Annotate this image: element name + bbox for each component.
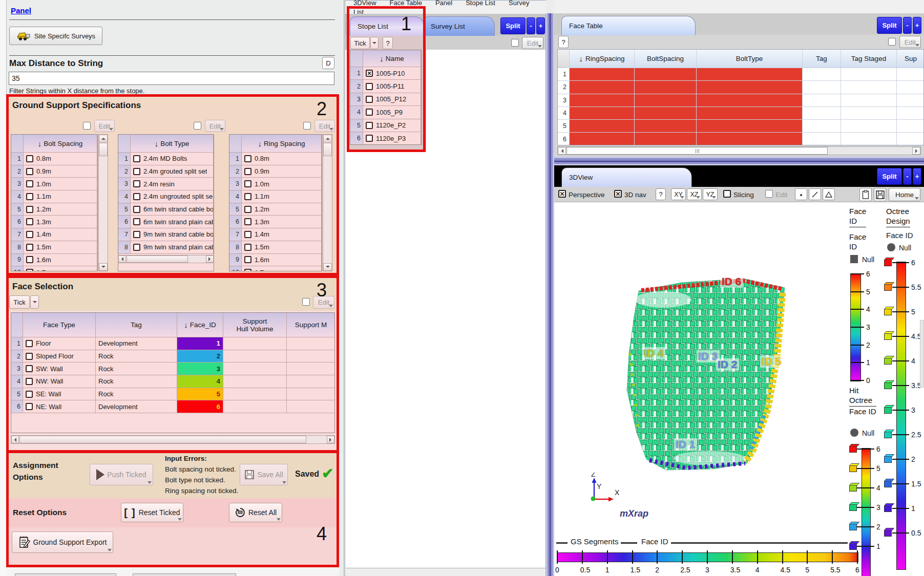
hit-octree-legend-title: HitOctreeFace ID [849, 386, 876, 416]
maximize-button[interactable]: + [913, 17, 921, 34]
maximize-button[interactable]: + [913, 168, 921, 185]
minimize-button[interactable]: - [903, 17, 912, 34]
split-button[interactable]: Split [877, 17, 902, 34]
minimize-button[interactable]: - [903, 168, 912, 185]
annotation-box-2 [6, 94, 339, 275]
mesh-label-id-1: ID 1 [674, 438, 697, 451]
tick-mark [850, 345, 864, 346]
hit-octree-legend-title-line: Face ID [849, 407, 876, 416]
point-tool-button[interactable] [795, 188, 807, 200]
slicing-checkbox[interactable] [723, 190, 731, 198]
null-swatch-circle [887, 243, 895, 251]
face-table-row: 5 [558, 120, 923, 133]
minimize-button[interactable]: - [527, 17, 535, 34]
tick-label: 1 [605, 566, 610, 574]
column-header: Tag Staged [841, 50, 897, 68]
empty-cell [841, 107, 897, 120]
tick-label: 2 [866, 341, 870, 349]
face-table-help-button[interactable]: ? [558, 36, 569, 48]
maximize-button[interactable]: + [536, 17, 545, 34]
tick-label: 3 [876, 503, 880, 511]
home-button[interactable]: Home [889, 188, 920, 201]
split-button[interactable]: Split [500, 17, 526, 34]
hit-octree-legend-title-line: Hit [849, 386, 876, 395]
stope-edit-button[interactable]: Edit [522, 37, 543, 49]
scroll-right-button[interactable] [912, 147, 920, 155]
tick-label: 5 [911, 308, 915, 316]
red-cell [697, 120, 803, 133]
site-specific-surveys-button[interactable]: Site Specifc Surveys [9, 27, 102, 45]
tab-3dview[interactable]: 3DView [561, 167, 692, 187]
scroll-thumb[interactable] [566, 147, 828, 155]
legend-cube [884, 407, 892, 414]
yz-view-button[interactable]: YZ [703, 188, 718, 200]
empty-cell [803, 94, 841, 107]
tick-mark [850, 273, 864, 274]
triangle-tool-button[interactable] [823, 188, 835, 200]
clipboard-button[interactable] [859, 188, 872, 201]
xy-view-button[interactable]: XY [671, 188, 686, 200]
null-swatch [850, 255, 858, 263]
red-cell [570, 107, 635, 120]
tab-face-table[interactable]: Face Table [561, 16, 696, 35]
view3d-edit-checkbox[interactable] [765, 190, 773, 198]
xz-view-button[interactable]: XZ [687, 188, 702, 200]
face-table: ↓RingSpacingBoltSpacingBoltTypeTagTag St… [557, 49, 924, 145]
scroll-left-button[interactable] [558, 147, 566, 155]
view3d-help-button[interactable]: ? [656, 188, 666, 200]
legend-cube [884, 432, 892, 438]
nav-checkbox[interactable]: ✕ [614, 190, 622, 198]
face-table-edit-button[interactable]: Edit [899, 36, 921, 48]
tick-label: 3 [866, 323, 870, 331]
window-tab-stope-list[interactable]: Stope List [466, 0, 495, 7]
column-header[interactable]: ↓RingSpacing [570, 50, 635, 68]
line-tool-button[interactable] [809, 188, 821, 200]
window-tab-panel[interactable]: Panel [435, 0, 452, 7]
legend-cube [884, 260, 892, 266]
tab-survey-list[interactable]: Survey List [423, 16, 495, 36]
legend-cube [849, 524, 857, 530]
empty-cell [897, 133, 924, 145]
max-distance-caption: Filter Strings within X distance from th… [9, 87, 144, 95]
view3d-viewport[interactable]: ID 6ID 4ID 3ID 2ID 5ID 1 Z Y X mXrap Fac… [554, 202, 924, 576]
vertical-splitter[interactable] [546, 13, 554, 576]
tick-mark [682, 550, 683, 564]
tick-label: 4 [911, 357, 915, 365]
help-label: ? [561, 38, 565, 46]
split-button[interactable]: Split [877, 168, 902, 185]
tick-mark [892, 385, 909, 386]
legend-cube [849, 504, 857, 511]
face-id-legend-title-line: Face [849, 206, 866, 216]
empty-cell [897, 107, 924, 120]
max-distance-input[interactable]: 35 [9, 72, 334, 85]
legend-dash [556, 542, 568, 544]
tick-mark [857, 507, 874, 508]
horizontal-splitter[interactable] [554, 157, 924, 165]
cut-button [15, 573, 116, 576]
empty-cell [841, 133, 897, 145]
tick-mark [857, 468, 874, 469]
axis-x-label: X [615, 488, 620, 497]
save-view-button[interactable] [874, 188, 886, 201]
stope-edit-label: Edit [527, 39, 538, 47]
tick-mark [857, 487, 874, 488]
cut-button [133, 573, 236, 576]
face-table-edit-checkbox[interactable] [888, 38, 896, 46]
chevron-down-icon [680, 196, 684, 199]
red-cell [570, 120, 635, 133]
d-button[interactable]: D [322, 57, 334, 69]
bottom-colorbar [557, 552, 858, 562]
perspective-checkbox[interactable]: ✕ [558, 190, 566, 198]
tick-mark [892, 262, 909, 263]
perspective-label: Perspective [569, 191, 605, 199]
stope-edit-checkbox[interactable] [511, 39, 519, 47]
face-table-hscrollbar[interactable] [557, 146, 921, 155]
red-cell [697, 68, 803, 81]
face-id-colorbar [850, 274, 861, 381]
tick-label: 4 [755, 566, 760, 574]
octree-design-legend-title-line: Octree [886, 206, 910, 216]
octree-design-legend-title-line: Design [886, 216, 910, 227]
panel-link[interactable]: Panel [11, 6, 31, 15]
null-swatch-circle [850, 429, 858, 437]
octree-design-legend-title: OctreeDesign [886, 206, 910, 227]
